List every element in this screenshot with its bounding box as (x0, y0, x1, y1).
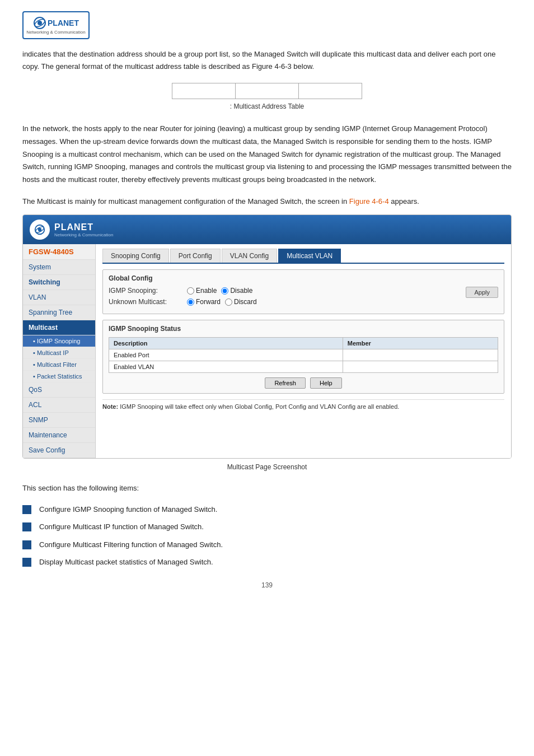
sidebar-item-acl[interactable]: ACL (23, 398, 95, 413)
sidebar-item-qos[interactable]: QoS (23, 382, 95, 398)
list-item-text-4: Display Multicast packet statistics of M… (39, 557, 213, 568)
switch-body: FGSW-4840S System Switching VLAN Spannin… (23, 244, 511, 458)
planet-logo-icon (33, 16, 46, 30)
note-text: IGMP Snooping will take effect only when… (120, 403, 399, 410)
unknown-multicast-discard-radio[interactable] (225, 298, 232, 306)
sidebar-subitem-multicast-ip[interactable]: • Multicast IP (23, 347, 95, 359)
section-items-intro: This section has the following items: (22, 482, 512, 495)
logo-text: PLANET (48, 18, 79, 27)
button-row: Refresh Help (109, 377, 498, 389)
status-row-2-desc: Enabled VLAN (109, 361, 343, 373)
list-item: Configure Multicast Filtering function o… (22, 539, 512, 550)
table-row: Enabled Port (109, 349, 498, 361)
status-row-2-member (343, 361, 498, 373)
list-item: Display Multicast packet statistics of M… (22, 557, 512, 568)
switch-main-content: Snooping Config Port Config VLAN Config … (96, 244, 511, 458)
note-box: Note: IGMP Snooping will take effect onl… (102, 399, 504, 410)
status-col-description: Description (109, 338, 343, 349)
table-row: Enabled VLAN (109, 361, 498, 373)
switch-logo: PLANET Networking & Communication (30, 220, 113, 240)
section-items-list: Configure IGMP Snooping function of Mana… (22, 504, 512, 568)
intro-para1: indicates that the destination address s… (22, 48, 512, 73)
switch-logo-text: PLANET (54, 222, 93, 232)
list-item-text-1: Configure IGMP Snooping function of Mana… (39, 504, 217, 515)
note-label: Note: (102, 403, 118, 410)
sidebar-subitem-igmp-snooping[interactable]: • IGMP Snooping (23, 335, 95, 347)
figure-4-6-4-link[interactable]: Figure 4-6-4 (349, 197, 389, 206)
unknown-multicast-radio-group: Forward Discard (187, 298, 257, 306)
list-item-icon-1 (22, 505, 31, 514)
planet-logo: PLANET Networking & Communication (22, 11, 90, 39)
sidebar-item-save-config[interactable]: Save Config (23, 443, 95, 458)
status-row-1-desc: Enabled Port (109, 349, 343, 361)
igmp-snooping-status-section: IGMP Snooping Status Description Member … (102, 320, 504, 394)
screenshot-caption: Multicast Page Screenshot (22, 463, 512, 471)
switch-ui-screenshot: PLANET Networking & Communication FGSW-4… (22, 214, 512, 459)
svg-point-2 (38, 21, 42, 25)
apply-button[interactable]: Apply (466, 287, 498, 298)
global-config-section: Global Config Apply IGMP Snooping: Enabl… (102, 269, 504, 314)
switch-logo-circle (30, 220, 50, 240)
igmp-snooping-label: IGMP Snooping: (109, 287, 187, 295)
list-item-icon-2 (22, 522, 31, 531)
igmp-snooping-row: IGMP Snooping: Enable Disable (109, 287, 466, 295)
tab-snooping-config[interactable]: Snooping Config (102, 249, 169, 263)
page-number: 139 (22, 581, 512, 589)
list-item: Configure IGMP Snooping function of Mana… (22, 504, 512, 515)
sidebar-item-vlan[interactable]: VLAN (23, 290, 95, 305)
model-label: FGSW-4840S (23, 244, 95, 260)
list-item-text-2: Configure Multicast IP function of Manag… (39, 521, 204, 533)
unknown-multicast-forward-option[interactable]: Forward (187, 298, 221, 306)
list-item: Configure Multicast IP function of Manag… (22, 521, 512, 533)
igmp-status-table: Description Member Enabled Port Enabled … (109, 337, 498, 373)
help-button[interactable]: Help (310, 377, 342, 389)
tab-bar: Snooping Config Port Config VLAN Config … (102, 249, 504, 264)
tab-port-config[interactable]: Port Config (170, 249, 221, 263)
switch-logo-sub: Networking & Communication (54, 232, 113, 237)
sidebar-item-spanning-tree[interactable]: Spanning Tree (23, 305, 95, 320)
switch-sidebar: FGSW-4840S System Switching VLAN Spannin… (23, 244, 96, 458)
logo-sub: Networking & Communication (26, 30, 85, 35)
switch-logo-icon (34, 223, 46, 236)
svg-point-5 (38, 228, 41, 231)
sidebar-item-maintenance[interactable]: Maintenance (23, 428, 95, 443)
unknown-multicast-discard-option[interactable]: Discard (225, 298, 257, 306)
igmp-snooping-enable-radio[interactable] (187, 287, 194, 295)
igmp-snooping-radio-group: Enable Disable (187, 287, 252, 295)
intro-para2: In the network, the hosts apply to the n… (22, 123, 512, 186)
status-col-member: Member (343, 338, 498, 349)
global-config-title: Global Config (109, 274, 498, 282)
intro-para3: The Multicast is mainly for multicast ma… (22, 195, 512, 208)
sidebar-item-system[interactable]: System (23, 260, 95, 275)
list-item-text-3: Configure Multicast Filtering function o… (39, 539, 223, 550)
tab-vlan-config[interactable]: VLAN Config (222, 249, 277, 263)
sidebar-subitem-multicast-filter[interactable]: • Multicast Filter (23, 359, 95, 371)
unknown-multicast-forward-radio[interactable] (187, 298, 194, 306)
unknown-multicast-row: Unknown Multicast: Forward Discard (109, 298, 498, 306)
sidebar-item-switching[interactable]: Switching (23, 275, 95, 290)
igmp-snooping-enable-option[interactable]: Enable (187, 287, 217, 295)
list-item-icon-4 (22, 558, 31, 567)
sidebar-item-multicast[interactable]: Multicast (23, 320, 95, 335)
tab-multicast-vlan[interactable]: Multicast VLAN (278, 249, 341, 263)
multicast-address-table-figure: : Multicast Address Table (22, 83, 512, 110)
multicast-table (172, 83, 362, 99)
igmp-snooping-status-title: IGMP Snooping Status (109, 325, 498, 333)
sidebar-subitem-packet-statistics[interactable]: • Packet Statistics (23, 371, 95, 382)
refresh-button[interactable]: Refresh (265, 377, 306, 389)
figure-caption: : Multicast Address Table (230, 102, 305, 110)
page-header: PLANET Networking & Communication (22, 11, 512, 39)
unknown-multicast-label: Unknown Multicast: (109, 298, 187, 306)
status-row-1-member (343, 349, 498, 361)
sidebar-item-snmp[interactable]: SNMP (23, 413, 95, 428)
igmp-snooping-disable-option[interactable]: Disable (221, 287, 252, 295)
igmp-snooping-disable-radio[interactable] (221, 287, 228, 295)
list-item-icon-3 (22, 540, 31, 549)
switch-header: PLANET Networking & Communication (23, 215, 511, 244)
